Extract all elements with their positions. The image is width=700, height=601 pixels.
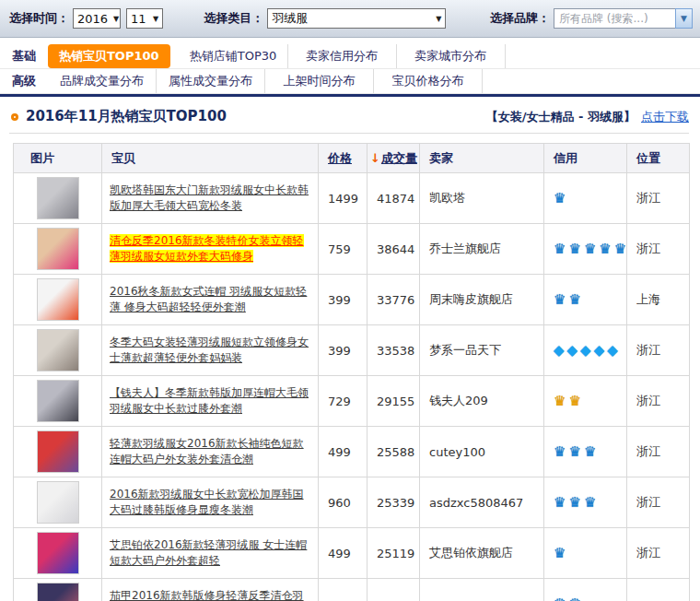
category-select[interactable]: 羽绒服 ▼ bbox=[267, 8, 446, 29]
blue-crown-icon: ♛ bbox=[568, 291, 583, 308]
tab-nav: 基础 热销宝贝TOP100热销店铺TOP30卖家信用分布卖家城市分布 高级 品牌… bbox=[0, 44, 700, 94]
tab-divider-bar bbox=[0, 94, 700, 97]
tab-卖家信用分布[interactable]: 卖家信用分布 bbox=[288, 44, 397, 68]
top100-table: 图片 宝贝 价格 ↓成交量 卖家 信用 位置 凯欧塔韩国东大门新款羽绒服女中长款… bbox=[13, 143, 690, 601]
volume-value: 33538 bbox=[368, 325, 420, 376]
seller-location bbox=[627, 579, 690, 601]
brand-dropdown-button[interactable]: ▼ bbox=[675, 8, 693, 29]
credit-rating: ♛♛ bbox=[544, 579, 627, 601]
blue-crown-icon: ♛ bbox=[554, 443, 568, 460]
time-filter-label: 选择时间： bbox=[9, 10, 69, 27]
price-sort-link[interactable]: 价格 bbox=[328, 151, 352, 165]
price-value: 499 bbox=[319, 528, 368, 579]
product-thumbnail[interactable] bbox=[37, 481, 79, 524]
product-title-link[interactable]: 艾思铂依2016新款轻薄羽绒服 女士连帽短款大码户外外套超轻 bbox=[110, 538, 307, 567]
tab-row-advanced: 高级 品牌成交量分布属性成交量分布上架时间分布宝贝价格分布 bbox=[0, 69, 700, 94]
tab-row-basic: 基础 热销宝贝TOP100热销店铺TOP30卖家信用分布卖家城市分布 bbox=[0, 44, 700, 69]
credit-rating: ♛♛♛ bbox=[544, 477, 627, 528]
section-header: 2016年11月热销宝贝TOP100 【女装/女士精品 - 羽绒服】 点击下载 bbox=[9, 108, 689, 134]
month-select[interactable]: 11 ▼ bbox=[126, 8, 163, 29]
price-value bbox=[319, 579, 368, 601]
year-select-value: 2016 bbox=[77, 12, 108, 26]
bullet-icon bbox=[11, 113, 18, 121]
price-value: 399 bbox=[319, 275, 368, 325]
product-thumbnail[interactable] bbox=[37, 329, 79, 371]
table-row: 2016新款羽绒服女中长款宽松加厚韩国大码过膝韩版修身显瘦冬装潮96025339… bbox=[14, 477, 690, 528]
price-value: 1499 bbox=[319, 173, 368, 224]
seller-name: cutey100 bbox=[420, 427, 544, 477]
tab-品牌成交量分布[interactable]: 品牌成交量分布 bbox=[48, 69, 157, 93]
tab-热销店铺TOP30[interactable]: 热销店铺TOP30 bbox=[180, 44, 288, 68]
blue-diamond-icon: ◆ bbox=[554, 342, 567, 359]
blue-crown-icon: ♛ bbox=[554, 545, 568, 561]
volume-value: 29155 bbox=[368, 376, 420, 427]
seller-location: 浙江 bbox=[627, 477, 690, 528]
product-title-link[interactable]: 【钱夫人】冬季新款韩版加厚连帽大毛领羽绒服女中长款过膝外套潮 bbox=[110, 386, 309, 415]
chevron-down-icon: ▼ bbox=[113, 15, 119, 23]
tab-上架时间分布[interactable]: 上架时间分布 bbox=[265, 69, 374, 93]
volume-value: 25588 bbox=[368, 427, 420, 477]
table-row: 轻薄款羽绒服女2016新款长袖纯色短款连帽大码户外女装外套清仓潮49925588… bbox=[14, 427, 690, 477]
product-title-link[interactable]: 凯欧塔韩国东大门新款羽绒服女中长款韩版加厚大毛领大码宽松冬装 bbox=[110, 183, 309, 212]
credit-rating: ♛♛ bbox=[544, 376, 627, 427]
credit-rating: ♛ bbox=[544, 528, 627, 579]
tab-热销宝贝TOP100[interactable]: 热销宝贝TOP100 bbox=[48, 44, 170, 68]
brand-filter-label: 选择品牌： bbox=[490, 10, 550, 27]
blue-diamond-icon: ◆ bbox=[607, 342, 621, 359]
header-image: 图片 bbox=[14, 144, 102, 173]
header-item: 宝贝 bbox=[102, 144, 319, 173]
seller-name: 周末嗨皮旗舰店 bbox=[420, 275, 544, 325]
blue-crown-icon: ♛ bbox=[554, 241, 568, 257]
tab-group-label-advanced: 高级 bbox=[0, 73, 48, 89]
seller-location: 浙江 bbox=[627, 224, 690, 275]
blue-crown-icon: ♛ bbox=[554, 595, 568, 601]
table-row: 2016秋冬新款女式连帽 羽绒服女短款轻薄 修身大码超轻轻便外套潮3993377… bbox=[14, 275, 690, 325]
product-title-link[interactable]: 茄甲2016新款韩版修身轻薄反季清仓羽绒服女短款连 bbox=[110, 589, 304, 601]
seller-name: asdzxc5808467 bbox=[420, 477, 544, 528]
price-value: 759 bbox=[319, 224, 368, 275]
download-link[interactable]: 点击下载 bbox=[641, 109, 689, 125]
seller-location: 浙江 bbox=[627, 528, 690, 579]
product-thumbnail[interactable] bbox=[37, 228, 79, 270]
product-title-link[interactable]: 清仓反季2016新款冬装特价女装立领轻薄羽绒服女短款外套大码修身 bbox=[110, 234, 304, 263]
volume-sort-link[interactable]: 成交量 bbox=[381, 151, 417, 165]
breadcrumb: 【女装/女士精品 - 羽绒服】 bbox=[486, 109, 636, 125]
table-row: 凯欧塔韩国东大门新款羽绒服女中长款韩版加厚大毛领大码宽松冬装149941874凯… bbox=[14, 173, 690, 224]
blue-crown-icon: ♛ bbox=[584, 494, 599, 511]
year-select[interactable]: 2016 ▼ bbox=[73, 8, 121, 29]
sort-desc-icon: ↓ bbox=[370, 151, 380, 165]
product-title-link[interactable]: 轻薄款羽绒服女2016新款长袖纯色短款连帽大码户外女装外套清仓潮 bbox=[110, 437, 304, 465]
table-row: 清仓反季2016新款冬装特价女装立领轻薄羽绒服女短款外套大码修身75938644… bbox=[14, 224, 690, 275]
tab-卖家城市分布[interactable]: 卖家城市分布 bbox=[397, 44, 506, 68]
blue-crown-icon: ♛ bbox=[568, 241, 583, 257]
price-value: 499 bbox=[319, 427, 368, 477]
credit-rating: ♛♛♛ bbox=[544, 427, 627, 477]
chevron-down-icon: ▼ bbox=[153, 15, 158, 23]
header-seller: 卖家 bbox=[420, 144, 544, 173]
product-thumbnail[interactable] bbox=[37, 532, 79, 574]
product-title-link[interactable]: 2016新款羽绒服女中长款宽松加厚韩国大码过膝韩版修身显瘦冬装潮 bbox=[110, 488, 304, 516]
volume-value: 25339 bbox=[368, 477, 420, 528]
chevron-down-icon: ▼ bbox=[436, 15, 441, 23]
product-thumbnail[interactable] bbox=[37, 278, 79, 321]
product-thumbnail[interactable] bbox=[37, 430, 79, 473]
price-value: 729 bbox=[319, 376, 368, 427]
tab-宝贝价格分布[interactable]: 宝贝价格分布 bbox=[374, 69, 483, 93]
product-title-link[interactable]: 2016秋冬新款女式连帽 羽绒服女短款轻薄 修身大码超轻轻便外套潮 bbox=[110, 285, 307, 313]
tab-属性成交量分布[interactable]: 属性成交量分布 bbox=[157, 69, 265, 93]
table-row: 冬季大码女装轻薄羽绒服短款立领修身女士薄款超薄轻便外套妈妈装39933538梦系… bbox=[14, 325, 690, 376]
product-thumbnail[interactable] bbox=[37, 177, 79, 219]
seller-location: 浙江 bbox=[627, 173, 690, 224]
product-title-link[interactable]: 冬季大码女装轻薄羽绒服短款立领修身女士薄款超薄轻便外套妈妈装 bbox=[110, 336, 309, 364]
brand-search-input[interactable]: 所有品牌 (搜索...) bbox=[554, 8, 675, 29]
volume-value bbox=[368, 579, 420, 601]
product-thumbnail[interactable] bbox=[37, 583, 79, 601]
seller-location: 浙江 bbox=[627, 427, 690, 477]
blue-crown-icon: ♛ bbox=[568, 443, 583, 460]
blue-crown-icon: ♛ bbox=[614, 241, 627, 257]
product-thumbnail[interactable] bbox=[37, 380, 79, 422]
brand-combobox: 所有品牌 (搜索...) ▼ bbox=[554, 8, 693, 29]
price-value: 960 bbox=[319, 477, 368, 528]
blue-crown-icon: ♛ bbox=[568, 595, 583, 601]
credit-rating: ♛♛ bbox=[544, 275, 627, 325]
